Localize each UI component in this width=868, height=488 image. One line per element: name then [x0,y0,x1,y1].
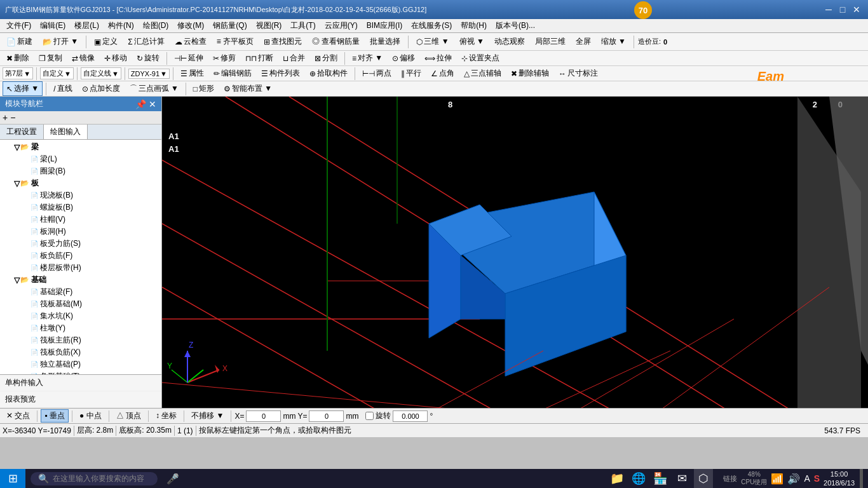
trim-button[interactable]: ✂ 修剪 [209,51,240,65]
rotate-input[interactable] [393,410,428,422]
batch-select-button[interactable]: 批量选择 [366,34,404,49]
taskbar-store-app[interactable]: 🏪 [651,469,670,488]
local-3d-button[interactable]: 局部三维 [531,34,569,49]
sidebar-close-icon[interactable]: ✕ [149,99,156,109]
dim-button[interactable]: ↔ 尺寸标注 [555,66,602,81]
rotate-checkbox[interactable] [365,412,374,420]
two-point-button[interactable]: ⊢⊣ 两点 [358,66,395,81]
tab-project-settings[interactable]: 工程设置 [0,125,44,139]
tree-item-7[interactable]: 📄板洞(H) [0,226,161,238]
sidebar-pin-icon[interactable]: 📌 [135,99,146,109]
point-len-button[interactable]: ⊙ 点加长度 [78,81,124,96]
tree-item-17[interactable]: 📄筏板负筋(X) [0,346,161,358]
split-button[interactable]: ⊠ 分割 [311,51,341,65]
midpoint-snap-btn[interactable]: ● 中点 [76,409,105,423]
tree-item-16[interactable]: 📄筏板主筋(R) [0,334,161,346]
select-button[interactable]: ↖ 选择 ▼ [3,81,43,96]
menu-item-q[interactable]: 钢筋量(Q) [209,19,250,32]
stretch-button[interactable]: ⟺ 拉伸 [421,51,456,65]
menu-item-d[interactable]: 绘图(D) [139,19,173,32]
mirror-button[interactable]: ⇄ 镜像 [68,51,98,65]
tree-item-5[interactable]: 📄螺旋板(B) [0,201,161,214]
move-button[interactable]: ✛ 移动 [100,51,131,65]
menu-item-h[interactable]: 帮助(H) [457,19,491,32]
arc-button[interactable]: ⌒ 三点画弧 ▼ [126,81,182,96]
three-point-aux-button[interactable]: △ 三点辅轴 [460,66,505,81]
menu-item-s[interactable]: 在线服务(S) [407,19,456,32]
tree-expand-11[interactable]: ▽ [13,276,20,285]
pick-comp-button[interactable]: ⊕ 拾取构件 [306,66,351,81]
view-dropdown[interactable]: 自定义 ▼ [40,67,74,79]
edit-rebar-button[interactable]: ✏ 编辑钢筋 [210,66,255,81]
tree-collapse-btn[interactable]: − [10,112,15,123]
level-button[interactable]: ≡ 齐平板页 [213,34,257,49]
mic-icon[interactable]: 🎤 [166,473,179,485]
code-dropdown[interactable]: ZDYX-91 ▼ [128,69,170,79]
tree-item-0[interactable]: ▽📂梁 [0,141,161,153]
tree-item-9[interactable]: 📄板负筋(F) [0,250,161,262]
comp-list-button[interactable]: ☰ 构件列表 [257,66,304,81]
menu-item-b[interactable]: 版本号(B)... [492,19,539,32]
taskbar-files-app[interactable]: 📁 [607,469,627,488]
open-button[interactable]: 📂 打开 ▼ [39,34,82,49]
single-component-input[interactable]: 单构件输入 [0,375,161,391]
tree-item-1[interactable]: 📄梁(L) [0,153,161,165]
rect-button[interactable]: □ 矩形 [189,81,218,96]
new-button[interactable]: 📄 新建 [3,34,36,49]
layer-dropdown[interactable]: 第7层 ▼ [3,67,33,79]
view-rebar-button[interactable]: ◎ 查看钢筋量 [308,34,363,49]
tree-item-10[interactable]: 📄楼层板带(H) [0,262,161,274]
tree-container[interactable]: ▽📂梁 📄梁(L) 📄圈梁(B)▽📂板 📄现浇板(B) 📄螺旋板(B) 📄柱帽(… [0,140,161,374]
align-button[interactable]: ≡ 对齐 ▼ [348,51,386,65]
close-button[interactable]: ✕ [850,3,863,16]
cloud-check-button[interactable]: ☁ 云检查 [171,34,210,49]
break-button[interactable]: ⊓⊓ 打断 [241,51,277,65]
show-desktop-btn[interactable] [860,469,863,488]
line-dropdown[interactable]: 自定义线 ▼ [81,67,121,79]
extend-button[interactable]: ⊣⊢ 延伸 [170,51,207,65]
tree-item-18[interactable]: 📄独立基础(P) [0,358,161,370]
copy-button[interactable]: ❐ 复制 [35,51,66,65]
tree-expand-0[interactable]: ▽ [13,143,20,152]
menu-item-l[interactable]: 楼层(L) [71,19,103,32]
angle-point-button[interactable]: ∠ 点角 [427,66,458,81]
tab-draw-input[interactable]: 绘图输入 [44,125,88,139]
property-button[interactable]: ☰ 属性 [177,66,208,81]
maximize-button[interactable]: □ [836,3,849,16]
delete-button[interactable]: ✖ 删除 [3,51,33,65]
top-view-button[interactable]: 俯视 ▼ [456,34,488,49]
tree-item-11[interactable]: ▽📂基础 [0,274,161,286]
endpoint-snap-btn[interactable]: △ 顶点 [112,409,145,423]
tree-item-15[interactable]: 📄柱墩(Y) [0,322,161,334]
no-snap-btn[interactable]: 不捕移 ▼ [187,409,227,423]
menu-item-f[interactable]: 文件(F) [3,19,35,32]
tree-item-6[interactable]: 📄柱帽(V) [0,214,161,226]
fullscreen-button[interactable]: 全屏 [572,34,595,49]
start-button[interactable]: ⊞ [0,469,25,488]
zoom-button[interactable]: 缩放 ▼ [597,34,630,49]
dynamic-view-button[interactable]: 动态观察 [491,34,529,49]
report-preview[interactable]: 报表预览 [0,391,161,408]
smart-layout-button[interactable]: ⚙ 智能布置 ▼ [220,81,276,96]
viewport[interactable]: A1 A1 8 2 0 [162,97,868,408]
menu-item-n[interactable]: 构件(N) [104,19,138,32]
menu-item-t[interactable]: 工具(T) [287,19,319,32]
tree-expand-3[interactable]: ▽ [13,179,20,188]
x-input[interactable] [246,410,281,422]
perpendicular-snap-btn[interactable]: ▪ 垂点 [41,409,69,423]
define-button[interactable]: ▣ 定义 [90,34,121,49]
minimize-button[interactable]: ─ [822,3,835,16]
menu-item-bimi[interactable]: BIM应用(I) [363,19,407,32]
3d-button[interactable]: ⬡ 三维 ▼ [412,34,452,49]
intersection-snap-btn[interactable]: ✕ 交点 [3,409,34,423]
del-aux-button[interactable]: ✖ 删除辅轴 [507,66,553,81]
tree-item-8[interactable]: 📄板受力筋(S) [0,238,161,250]
menu-item-e[interactable]: 编辑(E) [36,19,69,32]
taskbar-ggj-app[interactable]: ⬡ [694,469,713,488]
taskbar-mail-app[interactable]: ✉ [672,469,691,488]
sum-button[interactable]: Σ 汇总计算 [124,34,168,49]
taskbar-browser-app[interactable]: 🌐 [629,469,648,488]
tree-item-2[interactable]: 📄圈梁(B) [0,165,161,177]
tree-item-12[interactable]: 📄基础梁(F) [0,286,161,298]
y-input[interactable] [309,410,344,422]
